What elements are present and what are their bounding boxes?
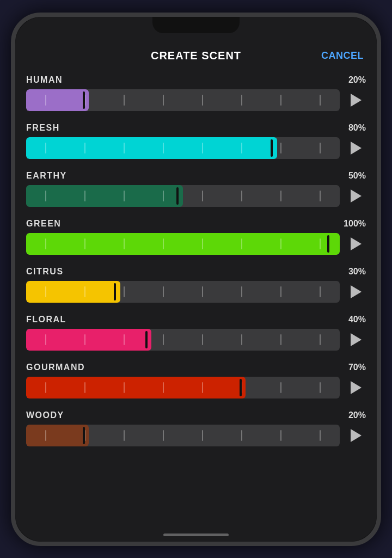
tick-mark: [124, 286, 125, 297]
scent-percent: 50%: [348, 171, 366, 181]
tick-mark: [202, 95, 203, 106]
home-indicator: [163, 534, 229, 536]
tick-mark: [241, 334, 242, 345]
tick-mark: [280, 334, 281, 345]
slider-track[interactable]: [26, 329, 340, 351]
play-button[interactable]: [346, 426, 366, 445]
tick-mark: [320, 191, 321, 201]
tick-mark: [163, 430, 164, 441]
slider-thumb[interactable]: [145, 331, 148, 348]
tick-mark: [280, 286, 281, 297]
scent-label: GREEN: [26, 219, 61, 229]
scent-percent: 70%: [348, 363, 366, 372]
screen: CREATE SCENT CANCEL HUMAN20%FRESH80%EART…: [15, 17, 377, 542]
tick-mark: [241, 430, 242, 441]
notch: [152, 17, 240, 33]
cancel-button[interactable]: CANCEL: [321, 50, 364, 62]
scent-percent: 100%: [344, 219, 366, 229]
slider-thumb[interactable]: [176, 187, 179, 205]
slider-thumb[interactable]: [114, 283, 116, 301]
slider-fill: [26, 89, 89, 111]
slider-thumb[interactable]: [83, 91, 85, 109]
play-button[interactable]: [346, 234, 366, 254]
tick-mark: [280, 382, 281, 393]
play-icon: [351, 429, 362, 442]
tick-mark: [320, 286, 321, 297]
slider-track[interactable]: [26, 281, 340, 303]
slider-track[interactable]: [26, 89, 340, 111]
header: CREATE SCENT CANCEL: [15, 39, 377, 71]
tick-mark: [202, 191, 203, 201]
play-icon: [351, 94, 362, 107]
slider-thumb[interactable]: [327, 235, 329, 253]
scent-item: FLORAL40%: [26, 315, 366, 351]
scent-percent: 30%: [348, 267, 366, 277]
play-button[interactable]: [346, 90, 366, 110]
play-icon: [351, 189, 362, 203]
play-button[interactable]: [346, 330, 366, 349]
scent-label: EARTHY: [26, 171, 67, 181]
slider-thumb[interactable]: [83, 427, 85, 444]
tick-mark: [163, 95, 164, 106]
tick-mark: [280, 430, 281, 441]
scent-label: HUMAN: [26, 75, 63, 85]
slider-fill: [26, 377, 246, 398]
slider-track[interactable]: [26, 377, 340, 398]
scent-percent: 20%: [348, 75, 366, 85]
scent-item: FRESH80%: [26, 123, 366, 159]
play-icon: [351, 333, 362, 346]
tick-mark: [320, 430, 321, 441]
page-title: CREATE SCENT: [151, 50, 241, 62]
scent-item: EARTHY50%: [26, 171, 366, 207]
slider-track[interactable]: [26, 185, 340, 207]
scent-item: GOURMAND70%: [26, 363, 366, 398]
slider-thumb[interactable]: [271, 139, 273, 157]
scent-percent: 80%: [348, 123, 366, 133]
slider-track[interactable]: [26, 137, 340, 159]
scent-percent: 40%: [348, 315, 366, 324]
scent-label: GOURMAND: [26, 363, 85, 372]
tick-mark: [202, 430, 203, 441]
scent-percent: 20%: [348, 410, 366, 420]
scent-label: CITRUS: [26, 267, 64, 277]
tick-mark: [320, 382, 321, 393]
play-icon: [351, 285, 362, 298]
tick-mark: [280, 143, 281, 154]
play-icon: [351, 237, 362, 250]
scent-label: FLORAL: [26, 315, 66, 324]
play-icon: [351, 142, 362, 155]
play-button[interactable]: [346, 138, 366, 158]
tick-mark: [202, 286, 203, 297]
tick-mark: [241, 286, 242, 297]
tick-mark: [280, 191, 281, 201]
tick-mark: [280, 95, 281, 106]
tick-mark: [163, 334, 164, 345]
slider-fill: [26, 425, 89, 446]
slider-track[interactable]: [26, 425, 340, 446]
scent-item: CITRUS30%: [26, 267, 366, 303]
slider-fill: [26, 233, 340, 255]
tick-mark: [124, 430, 125, 441]
tick-mark: [320, 334, 321, 345]
tick-mark: [163, 286, 164, 297]
phone-frame: CREATE SCENT CANCEL HUMAN20%FRESH80%EART…: [11, 13, 381, 546]
tick-mark: [241, 95, 242, 106]
tick-mark: [124, 95, 125, 106]
slider-thumb[interactable]: [240, 379, 242, 396]
slider-track[interactable]: [26, 233, 340, 255]
play-button[interactable]: [346, 378, 366, 397]
scent-item: HUMAN20%: [26, 75, 366, 111]
tick-mark: [320, 95, 321, 106]
scent-list: HUMAN20%FRESH80%EARTHY50%GREEN100%CITRUS…: [15, 71, 377, 463]
play-button[interactable]: [346, 186, 366, 206]
tick-mark: [320, 143, 321, 154]
scent-item: WOODY20%: [26, 410, 366, 446]
scent-label: FRESH: [26, 123, 60, 133]
play-button[interactable]: [346, 282, 366, 302]
slider-fill: [26, 185, 183, 207]
scent-label: WOODY: [26, 410, 64, 420]
tick-mark: [202, 334, 203, 345]
slider-fill: [26, 329, 151, 351]
scent-item: GREEN100%: [26, 219, 366, 255]
slider-fill: [26, 281, 120, 303]
